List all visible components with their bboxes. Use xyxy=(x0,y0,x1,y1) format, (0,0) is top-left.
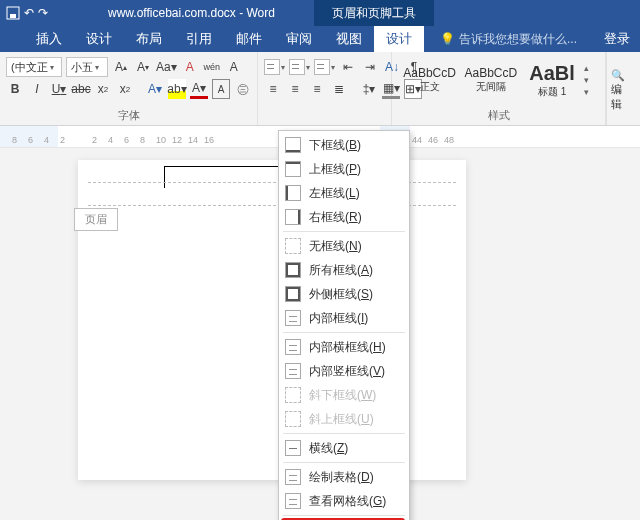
menu-item-左框线[interactable]: 左框线(L) xyxy=(279,181,409,205)
menu-item-label: 右框线(R) xyxy=(309,209,362,226)
font-color-button[interactable]: A▾ xyxy=(190,79,208,99)
document-title: www.officebai.com.docx - Word xyxy=(108,6,275,20)
menu-item-label: 无框线(N) xyxy=(309,238,362,255)
subscript-button[interactable]: x2 xyxy=(94,79,112,99)
save-icon[interactable] xyxy=(6,6,20,20)
menu-item-绘制表格[interactable]: 绘制表格(D) xyxy=(279,465,409,489)
styles-group-label: 样式 xyxy=(398,108,599,125)
line-spacing-button[interactable]: ‡▾ xyxy=(360,79,378,99)
menu-item-label: 内部横框线(H) xyxy=(309,339,386,356)
decrease-indent-button[interactable]: ⇤ xyxy=(339,57,357,77)
header-tag: 页眉 xyxy=(74,208,118,231)
menu-item-无框线[interactable]: 无框线(N) xyxy=(279,234,409,258)
chevron-down-icon: ▾ xyxy=(50,63,54,72)
border-icon xyxy=(285,411,301,427)
strike-button[interactable]: abc xyxy=(72,79,90,99)
editing-group[interactable]: 🔍 编辑 xyxy=(606,52,628,125)
style-card[interactable]: AaBbCcD无间隔 xyxy=(461,58,520,102)
highlight-button[interactable]: ab▾ xyxy=(168,79,186,99)
font-name-combo[interactable]: (中文正▾ xyxy=(6,57,62,77)
menu-item-所有框线[interactable]: 所有框线(A) xyxy=(279,258,409,282)
border-icon xyxy=(285,137,301,153)
bullets-button[interactable]: ▾ xyxy=(264,57,285,77)
char-border-button[interactable]: A xyxy=(212,79,230,99)
menu-item-内部框线[interactable]: 内部框线(I) xyxy=(279,306,409,330)
tab-审阅[interactable]: 审阅 xyxy=(274,26,324,52)
chevron-down-icon: ▾ xyxy=(95,63,99,72)
menu-item-label: 查看网格线(G) xyxy=(309,493,386,510)
menu-item-内部横框线[interactable]: 内部横框线(H) xyxy=(279,335,409,359)
menu-item-label: 斜下框线(W) xyxy=(309,387,376,404)
bold-button[interactable]: B xyxy=(6,79,24,99)
multilevel-button[interactable]: ▾ xyxy=(314,57,335,77)
border-icon xyxy=(285,185,301,201)
font-size-combo[interactable]: 小五▾ xyxy=(66,57,108,77)
redo-icon[interactable]: ↷ xyxy=(38,6,48,20)
tab-设计[interactable]: 设计 xyxy=(74,26,124,52)
menu-item-label: 绘制表格(D) xyxy=(309,469,374,486)
menu-item-label: 内部框线(I) xyxy=(309,310,368,327)
border-icon xyxy=(285,262,301,278)
menu-item-右框线[interactable]: 右框线(R) xyxy=(279,205,409,229)
italic-button[interactable]: I xyxy=(28,79,46,99)
style-card[interactable]: AaBbCcD正文 xyxy=(400,58,459,102)
shrink-font-button[interactable]: A▾ xyxy=(134,57,152,77)
menu-item-下框线[interactable]: 下框线(B) xyxy=(279,133,409,157)
border-icon xyxy=(285,286,301,302)
superscript-button[interactable]: x2 xyxy=(116,79,134,99)
justify-button[interactable]: ≣ xyxy=(330,79,348,99)
tab-视图[interactable]: 视图 xyxy=(324,26,374,52)
font-group-label: 字体 xyxy=(6,108,251,125)
tab-设计[interactable]: 设计 xyxy=(374,26,424,52)
text-effects-button[interactable]: A▾ xyxy=(146,79,164,99)
border-icon xyxy=(285,161,301,177)
styles-group: AaBbCcD正文AaBbCcD无间隔AaBl标题 1▴▾▾ 样式 xyxy=(392,52,606,125)
char-shading-button[interactable]: ㊂ xyxy=(234,79,252,99)
find-icon: 🔍 xyxy=(611,69,625,82)
align-left-button[interactable]: ≡ xyxy=(264,79,282,99)
menu-item-label: 外侧框线(S) xyxy=(309,286,373,303)
ribbon-tabs: 插入设计布局引用邮件审阅视图设计 💡 告诉我您想要做什么... 登录 xyxy=(0,26,640,52)
enclose-button[interactable]: A xyxy=(225,57,243,77)
style-card[interactable]: AaBl标题 1 xyxy=(522,58,581,102)
tell-me[interactable]: 💡 告诉我您想要做什么... xyxy=(424,26,577,52)
tab-布局[interactable]: 布局 xyxy=(124,26,174,52)
tab-邮件[interactable]: 邮件 xyxy=(224,26,274,52)
menu-item-斜下框线: 斜下框线(W) xyxy=(279,383,409,407)
menu-item-label: 所有框线(A) xyxy=(309,262,373,279)
align-right-button[interactable]: ≡ xyxy=(308,79,326,99)
font-group: (中文正▾ 小五▾ A▴ A▾ Aa▾ A wén A B I U▾ abc x… xyxy=(0,52,258,125)
menu-item-查看网格线[interactable]: 查看网格线(G) xyxy=(279,489,409,513)
tab-插入[interactable]: 插入 xyxy=(24,26,74,52)
border-icon xyxy=(285,469,301,485)
menu-item-label: 斜上框线(U) xyxy=(309,411,374,428)
login-link[interactable]: 登录 xyxy=(594,26,640,52)
tab-引用[interactable]: 引用 xyxy=(174,26,224,52)
menu-item-内部竖框线[interactable]: 内部竖框线(V) xyxy=(279,359,409,383)
border-icon xyxy=(285,387,301,403)
grow-font-button[interactable]: A▴ xyxy=(112,57,130,77)
border-icon xyxy=(285,363,301,379)
contextual-tool-tab: 页眉和页脚工具 xyxy=(314,0,434,26)
border-icon xyxy=(285,493,301,509)
menu-item-斜上框线: 斜上框线(U) xyxy=(279,407,409,431)
change-case-button[interactable]: Aa▾ xyxy=(156,57,177,77)
numbering-button[interactable]: ▾ xyxy=(289,57,310,77)
border-icon xyxy=(285,440,301,456)
menu-item-label: 上框线(P) xyxy=(309,161,361,178)
styles-more-button[interactable]: ▴▾▾ xyxy=(584,58,597,102)
menu-item-label: 下框线(B) xyxy=(309,137,361,154)
underline-button[interactable]: U▾ xyxy=(50,79,68,99)
menu-item-横线[interactable]: 横线(Z) xyxy=(279,436,409,460)
menu-item-外侧框线[interactable]: 外侧框线(S) xyxy=(279,282,409,306)
clear-format-button[interactable]: A xyxy=(181,57,199,77)
increase-indent-button[interactable]: ⇥ xyxy=(361,57,379,77)
border-icon xyxy=(285,238,301,254)
border-icon xyxy=(285,310,301,326)
align-center-button[interactable]: ≡ xyxy=(286,79,304,99)
title-bar: ↶ ↷ www.officebai.com.docx - Word 页眉和页脚工… xyxy=(0,0,640,26)
phonetic-button[interactable]: wén xyxy=(203,57,221,77)
bulb-icon: 💡 xyxy=(440,32,455,46)
menu-item-上框线[interactable]: 上框线(P) xyxy=(279,157,409,181)
undo-icon[interactable]: ↶ xyxy=(24,6,34,20)
